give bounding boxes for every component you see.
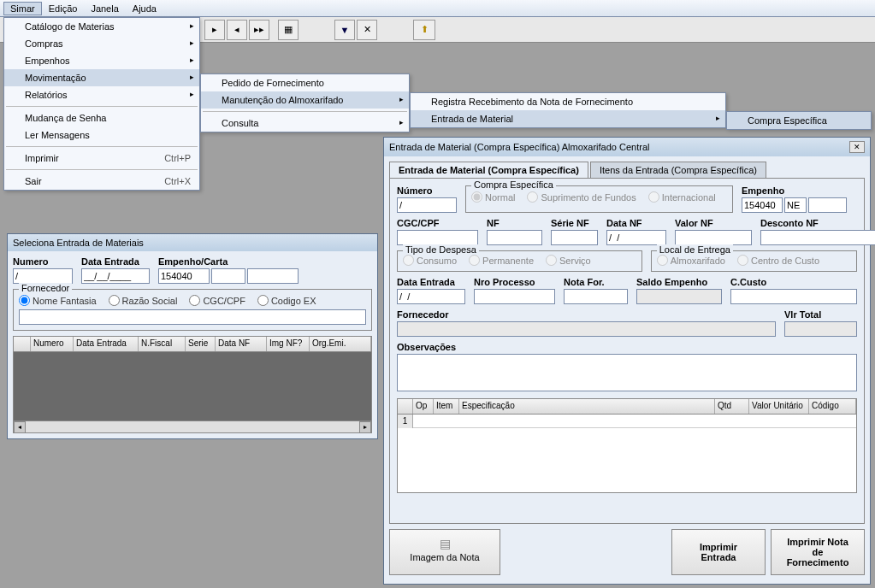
th2-blank[interactable] [398, 399, 413, 414]
input-data-entrada2[interactable] [397, 289, 465, 304]
input-empenho-2[interactable] [211, 268, 245, 284]
th2-item[interactable]: Item [434, 399, 459, 414]
table-entradas: Numero Data Entrada N.Fiscal Serie Data … [13, 336, 372, 433]
window-entrada-title: Entrada de Material (Compra Específica) … [384, 138, 870, 156]
input-notafor[interactable] [564, 289, 628, 304]
input-vlrtotal [784, 321, 857, 337]
label-data-entrada: Data Entrada [81, 256, 150, 267]
radio-razao-social[interactable]: Razão Social [109, 295, 178, 306]
menu-manutencao-almox[interactable]: Manutenção do Almoxarifado [201, 91, 409, 109]
menu-ajuda[interactable]: Ajuda [126, 2, 163, 15]
btn-imprimir-entrada[interactable]: Imprimir Entrada [671, 529, 766, 575]
radio-normal: Normal [471, 191, 515, 203]
row-num: 1 [398, 415, 413, 428]
th-blank[interactable] [14, 337, 31, 351]
radio-codigo-ex[interactable]: Codigo EX [257, 295, 316, 306]
th-data-entrada[interactable]: Data Entrada [74, 337, 139, 351]
toolbar-calendar[interactable]: ▦ [278, 20, 299, 40]
input-fornec [397, 321, 776, 337]
menu-movimentacao[interactable]: Movimentação [4, 69, 199, 86]
input-serienf[interactable] [551, 230, 598, 245]
window-close-button[interactable]: ✕ [849, 141, 865, 153]
menu-mudanca-senha[interactable]: Mudança de Senha [4, 109, 199, 126]
group-compra-esp: Compra Específica [471, 179, 556, 190]
toolbar-nav-last[interactable]: ▸▸ [249, 20, 269, 40]
table-entradas-body [14, 352, 371, 420]
label-desconto: Desconto NF [760, 218, 875, 228]
input-ccusto[interactable] [730, 289, 857, 304]
radio-nome-fantasia[interactable]: Nome Fantasia [19, 295, 97, 306]
radio-permanente: Permanente [469, 255, 534, 266]
menu-consulta[interactable]: Consulta [201, 115, 409, 132]
input-empenho2-2[interactable] [784, 197, 807, 213]
group-tipo-despesa: Tipo de Despesa [403, 244, 479, 255]
menu-pedido-fornecimento[interactable]: Pedido de Fornecimento [201, 74, 409, 91]
scroll-right[interactable]: ▸ [359, 421, 371, 433]
scroll-left[interactable]: ◂ [14, 421, 26, 433]
label-nf: NF [487, 218, 542, 228]
th-nfiscal[interactable]: N.Fiscal [139, 337, 186, 351]
radio-cgc-cpf[interactable]: CGC/CPF [189, 295, 245, 306]
toolbar-clear[interactable]: ✕ [357, 20, 377, 40]
menu-ler-mensagens[interactable]: Ler Mensagens [4, 126, 199, 144]
menu-simar[interactable]: Simar [3, 2, 42, 15]
th2-codigo[interactable]: Código [809, 399, 856, 414]
input-data-entrada[interactable] [81, 268, 150, 284]
input-desconto[interactable] [760, 230, 875, 245]
th-imgnf[interactable]: Img NF? [267, 337, 310, 351]
tab-entrada[interactable]: Entrada de Material (Compra Específica) [389, 162, 588, 178]
input-empenho-1[interactable] [158, 268, 210, 284]
input-nroproc[interactable] [474, 289, 555, 304]
input-nf[interactable] [487, 230, 542, 245]
menu-relatorios[interactable]: Relatórios [4, 86, 199, 103]
input-valornf[interactable] [675, 230, 752, 245]
btn-imagem-nota[interactable]: ▤ Imagem da Nota [389, 529, 500, 575]
th2-espec[interactable]: Especificação [459, 399, 715, 414]
label-ccusto: C.Custo [730, 277, 857, 287]
dropdown-movimentacao: Pedido de Fornecimento Manutenção do Alm… [200, 74, 410, 132]
menubar: Simar Edição Janela Ajuda [0, 0, 875, 17]
dropdown-manutencao: Registra Recebimento da Nota de Fornecim… [410, 92, 726, 128]
th-serie[interactable]: Serie [186, 337, 216, 351]
input-cgc[interactable] [397, 230, 478, 245]
menu-compra-especifica[interactable]: Compra Específica [727, 112, 871, 129]
input-empenho-3[interactable] [247, 268, 299, 284]
label-empenho: Empenho/Carta [158, 256, 372, 267]
scrollbar-h[interactable]: ◂ ▸ [14, 420, 371, 432]
th2-qtd[interactable]: Qtd [715, 399, 749, 414]
tab-itens[interactable]: Itens da Entrada (Compra Específica) [590, 162, 766, 178]
label-notafor: Nota For. [564, 277, 628, 287]
th2-valor[interactable]: Valor Unitário [749, 399, 809, 414]
window-select-title: Seleciona Entrada de Materiais [8, 234, 377, 251]
th-datanf[interactable]: Data NF [216, 337, 267, 351]
window-entrada-material: Entrada de Material (Compra Específica) … [383, 137, 871, 585]
window-entrada-title-text: Entrada de Material (Compra Específica) … [389, 142, 649, 152]
input-datanf[interactable] [606, 230, 666, 245]
input-empenho2-1[interactable] [742, 197, 783, 213]
menu-sair[interactable]: SairCtrl+X [4, 173, 199, 190]
menu-imprimir[interactable]: ImprimirCtrl+P [4, 150, 199, 167]
th-numero[interactable]: Numero [31, 337, 74, 351]
label-numero2: Número [397, 185, 457, 196]
toolbar-exit[interactable]: ⬆ [413, 20, 435, 40]
btn-imprimir-nota[interactable]: Imprimir Nota de Fornecimento [771, 529, 865, 575]
input-empenho2-3[interactable] [808, 197, 847, 213]
th-orgemi[interactable]: Org.Emi. [310, 337, 371, 351]
menu-compras[interactable]: Compras [4, 35, 199, 52]
menu-janela[interactable]: Janela [84, 2, 125, 15]
input-numero2[interactable] [397, 197, 457, 213]
label-empenho2: Empenho [742, 185, 857, 196]
input-numero[interactable] [13, 268, 73, 284]
toolbar-nav-prev[interactable]: ◂ [227, 20, 247, 40]
menu-empenhos[interactable]: Empenhos [4, 52, 199, 69]
toolbar-filter[interactable]: ▼ [334, 20, 355, 40]
input-obs[interactable] [397, 354, 857, 391]
th2-op[interactable]: Op [413, 399, 434, 414]
menu-entrada-material[interactable]: Entrada de Material [411, 110, 725, 127]
menu-edicao[interactable]: Edição [42, 2, 85, 15]
input-fornecedor-search[interactable] [19, 309, 366, 325]
toolbar-nav-next[interactable]: ▸ [204, 20, 225, 40]
menu-catalogo[interactable]: Catálogo de Materias [4, 18, 199, 35]
table-itens: Op Item Especificação Qtd Valor Unitário… [397, 398, 857, 493]
menu-registra-recebimento[interactable]: Registra Recebimento da Nota de Fornecim… [411, 93, 725, 110]
